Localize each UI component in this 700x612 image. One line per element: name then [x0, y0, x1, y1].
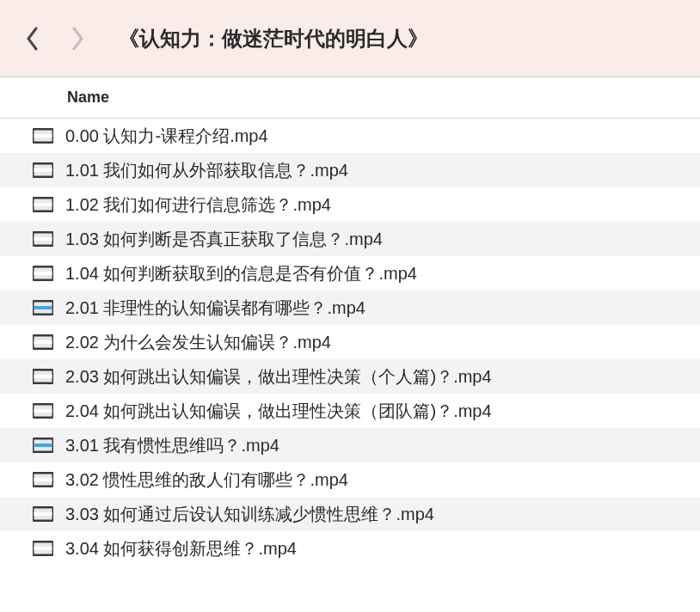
video-file-icon — [33, 334, 53, 350]
svg-rect-2 — [34, 134, 52, 138]
video-file-icon — [33, 128, 53, 144]
svg-rect-23 — [34, 375, 52, 378]
svg-rect-11 — [34, 237, 52, 241]
file-name: 3.02 惯性思维的敌人们有哪些？.mp4 — [65, 468, 348, 492]
video-file-icon — [33, 369, 53, 384]
file-name: 1.04 如何判断获取到的信息是否有价值？.mp4 — [65, 262, 417, 285]
video-file-icon — [33, 472, 53, 487]
svg-rect-8 — [34, 203, 52, 206]
toolbar: 《认知力：做迷茫时代的明白人》 — [0, 0, 700, 77]
file-list: 0.00 认知力-课程介绍.mp4 1.01 我们如何从外部获取信息？.mp4 … — [0, 119, 700, 566]
svg-rect-26 — [34, 409, 52, 413]
video-file-icon — [33, 266, 53, 281]
video-file-icon — [33, 231, 53, 247]
column-header-name: Name — [67, 89, 109, 107]
file-row[interactable]: 3.03 如何通过后设认知训练减少惯性思维？.mp4 — [0, 497, 700, 531]
svg-rect-32 — [34, 478, 52, 481]
svg-rect-5 — [34, 168, 52, 172]
svg-rect-14 — [34, 272, 52, 275]
file-name: 3.04 如何获得创新思维？.mp4 — [65, 537, 297, 560]
svg-rect-38 — [34, 547, 52, 550]
file-name: 2.04 如何跳出认知偏误，做出理性决策（团队篇)？.mp4 — [65, 400, 492, 423]
video-file-icon — [33, 438, 53, 453]
file-name: 3.03 如何通过后设认知训练减少惯性思维？.mp4 — [65, 503, 434, 526]
page-title: 《认知力：做迷茫时代的明白人》 — [119, 25, 428, 52]
file-row[interactable]: 3.02 惯性思维的敌人们有哪些？.mp4 — [0, 462, 700, 497]
column-header-row[interactable]: Name — [0, 77, 700, 119]
file-name: 1.03 如何判断是否真正获取了信息？.mp4 — [65, 228, 383, 251]
chevron-right-icon — [71, 27, 84, 51]
file-row[interactable]: 2.01 非理性的认知偏误都有哪些？.mp4 — [0, 291, 700, 325]
svg-rect-20 — [34, 340, 52, 344]
nav-back-button[interactable] — [21, 21, 45, 56]
file-name: 0.00 认知力-课程介绍.mp4 — [65, 125, 268, 148]
file-row[interactable]: 2.02 为什么会发生认知偏误？.mp4 — [0, 325, 700, 359]
chevron-left-icon — [26, 27, 40, 51]
file-name: 3.01 我有惯性思维吗？.mp4 — [65, 434, 279, 457]
video-file-icon — [33, 506, 53, 522]
video-file-icon — [33, 403, 53, 419]
file-row[interactable]: 3.01 我有惯性思维吗？.mp4 — [0, 428, 700, 462]
file-name: 2.03 如何跳出认知偏误，做出理性决策（个人篇)？.mp4 — [65, 365, 492, 389]
file-name: 2.02 为什么会发生认知偏误？.mp4 — [65, 331, 331, 354]
file-row[interactable]: 1.02 我们如何进行信息筛选？.mp4 — [0, 187, 700, 222]
nav-forward-button[interactable] — [65, 21, 89, 56]
file-name: 1.02 我们如何进行信息筛选？.mp4 — [65, 193, 331, 217]
file-row[interactable]: 2.04 如何跳出认知偏误，做出理性决策（团队篇)？.mp4 — [0, 394, 700, 428]
video-file-icon — [33, 162, 53, 178]
file-row[interactable]: 1.04 如何判断获取到的信息是否有价值？.mp4 — [0, 256, 700, 291]
file-name: 2.01 非理性的认知偏误都有哪些？.mp4 — [65, 297, 365, 320]
file-row[interactable]: 2.03 如何跳出认知偏误，做出理性决策（个人篇)？.mp4 — [0, 359, 700, 394]
file-row[interactable]: 0.00 认知力-课程介绍.mp4 — [0, 119, 700, 153]
svg-rect-29 — [34, 444, 52, 447]
file-row[interactable]: 3.04 如何获得创新思维？.mp4 — [0, 531, 700, 566]
svg-rect-35 — [34, 512, 52, 516]
video-file-icon — [33, 541, 53, 556]
svg-rect-17 — [34, 306, 52, 309]
video-file-icon — [33, 197, 53, 212]
file-row[interactable]: 1.03 如何判断是否真正获取了信息？.mp4 — [0, 222, 700, 256]
file-row[interactable]: 1.01 我们如何从外部获取信息？.mp4 — [0, 153, 700, 187]
video-file-icon — [33, 300, 53, 315]
file-name: 1.01 我们如何从外部获取信息？.mp4 — [65, 159, 348, 182]
